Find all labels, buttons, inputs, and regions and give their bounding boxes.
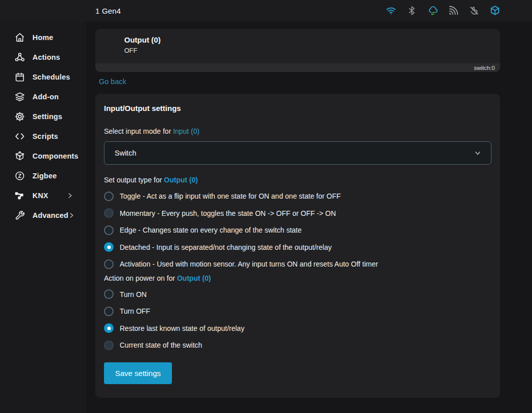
radio-button[interactable] xyxy=(104,323,114,333)
sidebar-item-advanced[interactable]: Advanced xyxy=(0,205,86,225)
gear-icon xyxy=(14,111,25,122)
component-id-strip: switch:0 xyxy=(95,63,500,72)
actions-icon xyxy=(14,52,25,63)
radio-button[interactable] xyxy=(104,226,114,235)
radio-button[interactable] xyxy=(104,242,114,252)
chevron-right-icon xyxy=(68,212,75,218)
wifi-icon[interactable] xyxy=(385,5,397,16)
sidebar-item-knx[interactable]: KNX xyxy=(0,185,86,205)
radio-option-activation[interactable]: Activation - Used with motion sensor. An… xyxy=(104,259,491,269)
knx-network-icon xyxy=(14,190,25,201)
radio-option-edge[interactable]: Edge - Changes state on every change of … xyxy=(104,226,491,235)
output-title: Output (0) xyxy=(124,35,500,44)
radio-button[interactable] xyxy=(104,289,114,299)
sidebar-item-components[interactable]: Components xyxy=(0,146,86,166)
output-type-label: Set output type for Output (0) xyxy=(104,176,491,184)
panel-title: Input/Output settings xyxy=(104,104,491,112)
output-0-link[interactable]: Output (0) xyxy=(164,176,198,184)
radio-button[interactable] xyxy=(104,208,114,218)
bluetooth-icon[interactable] xyxy=(406,5,417,16)
chevron-right-icon xyxy=(67,193,73,199)
main-content: Output (0) OFF switch:0 Go back Input/Ou… xyxy=(95,21,500,398)
cloud-sync-icon[interactable] xyxy=(427,5,438,16)
sidebar-item-zigbee[interactable]: Z Zigbee xyxy=(0,166,86,185)
matter-cube-icon[interactable] xyxy=(489,5,501,16)
zigbee-icon: Z xyxy=(14,170,25,181)
radio-button[interactable] xyxy=(104,307,114,316)
chevron-down-icon xyxy=(474,149,482,157)
components-cube-icon xyxy=(14,151,25,162)
sidebar-item-scripts[interactable]: Scripts xyxy=(0,126,86,146)
radio-option-momentary[interactable]: Momentary - Every push, toggles the stat… xyxy=(104,208,491,218)
radio-option-current-state[interactable]: Current state of the switch xyxy=(104,341,491,350)
io-settings-panel: Input/Output settings Select input mode … xyxy=(95,94,500,398)
component-id: switch:0 xyxy=(474,65,495,71)
radio-option-detached[interactable]: Detached - Input is separated/not changi… xyxy=(104,242,491,252)
app-header: 1 Gen4 xyxy=(0,0,532,21)
power-on-radio-group: Turn ON Turn OFF Restore last known stat… xyxy=(104,289,491,350)
wrench-icon xyxy=(14,210,25,221)
status-icon-bar xyxy=(385,5,501,16)
radio-option-restore-last[interactable]: Restore last known state of output/relay xyxy=(104,323,491,333)
output-0-link[interactable]: Output (0) xyxy=(177,274,211,282)
save-settings-button[interactable]: Save settings xyxy=(104,362,172,384)
device-title: 1 Gen4 xyxy=(95,7,121,15)
sidebar-item-schedules[interactable]: Schedules xyxy=(0,67,86,87)
radio-option-turn-off[interactable]: Turn OFF xyxy=(104,307,491,316)
radio-button[interactable] xyxy=(104,259,114,269)
go-back-link[interactable]: Go back xyxy=(99,78,126,86)
layers-icon xyxy=(14,91,25,102)
radio-button[interactable] xyxy=(104,341,114,350)
output-status-body: Output (0) OFF xyxy=(95,29,500,63)
power-on-label: Action on power on for Output (0) xyxy=(104,274,491,282)
radio-option-toggle[interactable]: Toggle - Act as a flip input with one st… xyxy=(104,192,491,201)
input-mode-select-value: Switch xyxy=(115,149,136,157)
sidebar-item-settings[interactable]: Settings xyxy=(0,106,86,126)
radio-button[interactable] xyxy=(104,192,114,201)
output-status-card: Output (0) OFF switch:0 xyxy=(95,29,500,72)
sidebar-item-addon[interactable]: Add-on xyxy=(0,87,86,106)
sidebar-item-actions[interactable]: Actions xyxy=(0,47,86,67)
broadcast-icon[interactable] xyxy=(448,5,459,16)
input-mode-label: Select input mode for Input (0) xyxy=(104,127,491,135)
calendar-icon xyxy=(14,71,25,83)
input-mode-select[interactable]: Switch xyxy=(104,141,491,165)
home-icon xyxy=(14,32,25,43)
sidebar-nav: Home Actions Schedules Add-on Settings S… xyxy=(0,21,86,413)
sidebar-item-home[interactable]: Home xyxy=(0,27,86,47)
code-icon xyxy=(14,131,25,142)
input-0-link[interactable]: Input (0) xyxy=(173,127,199,135)
output-type-radio-group: Toggle - Act as a flip input with one st… xyxy=(104,192,491,269)
svg-text:Z: Z xyxy=(18,172,22,178)
radio-option-turn-on[interactable]: Turn ON xyxy=(104,289,491,299)
touch-control-disabled-icon[interactable] xyxy=(469,5,480,16)
output-state: OFF xyxy=(124,47,500,54)
